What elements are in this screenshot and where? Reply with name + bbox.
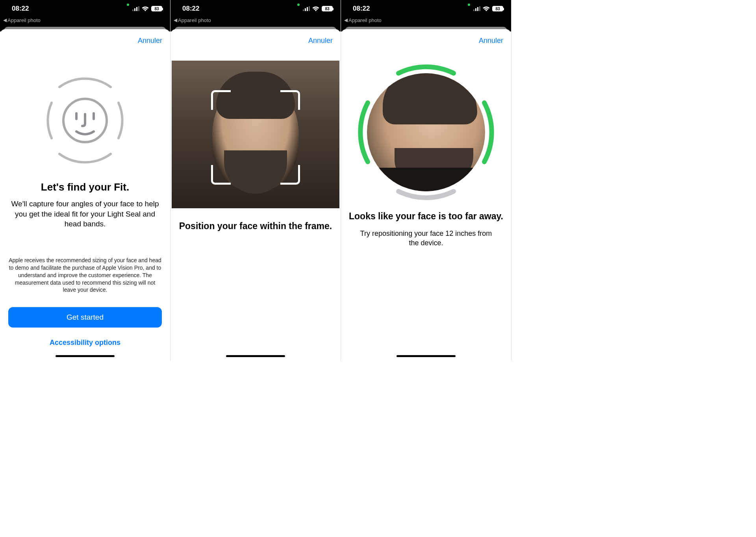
wifi-icon — [312, 6, 319, 11]
camera-preview-circle — [367, 73, 485, 191]
svg-rect-8 — [305, 8, 306, 11]
status-time: 08:22 — [182, 5, 199, 13]
status-bar: 08:22 83 — [341, 0, 511, 17]
back-to-app-breadcrumb[interactable]: ◀ Appareil photo — [170, 17, 341, 26]
battery-icon: 83 — [492, 6, 503, 11]
chevron-left-icon: ◀ — [174, 17, 177, 23]
svg-rect-0 — [132, 9, 133, 11]
page-subtitle: We'll capture four angles of your face t… — [7, 199, 163, 229]
privacy-disclaimer: Apple receives the recommended sizing of… — [8, 257, 162, 294]
sheet-grabber — [170, 26, 341, 31]
svg-rect-14 — [479, 6, 480, 11]
status-time: 08:22 — [12, 5, 29, 13]
page-title: Let's find your Fit. — [41, 181, 129, 193]
battery-icon: 83 — [322, 6, 333, 11]
camera-active-dot-icon — [468, 4, 470, 6]
camera-active-dot-icon — [297, 4, 300, 6]
get-started-button[interactable]: Get started — [8, 307, 162, 328]
cellular-signal-icon — [473, 6, 480, 11]
cellular-signal-icon — [303, 6, 310, 11]
instruction-title: Looks like your face is too far away. — [349, 211, 503, 222]
cancel-button[interactable]: Annuler — [479, 37, 503, 45]
svg-rect-11 — [473, 9, 474, 11]
wifi-icon — [142, 6, 149, 11]
sheet-grabber — [0, 26, 170, 31]
home-indicator[interactable] — [397, 355, 456, 357]
breadcrumb-label: Appareil photo — [348, 17, 382, 23]
phone-screen-1: 08:22 83 ◀ Appareil photo Annuler — [0, 0, 170, 361]
svg-rect-1 — [134, 8, 135, 11]
svg-rect-3 — [138, 6, 139, 11]
back-to-app-breadcrumb[interactable]: ◀ Appareil photo — [0, 17, 170, 26]
accessibility-options-link[interactable]: Accessibility options — [50, 339, 120, 347]
svg-rect-9 — [307, 7, 308, 11]
status-bar: 08:22 83 — [170, 0, 341, 17]
cellular-signal-icon — [132, 6, 139, 11]
phone-screen-3: 08:22 83 ◀ Appareil photo Annuler — [341, 0, 511, 361]
wifi-icon — [483, 6, 490, 11]
face-id-icon — [38, 73, 132, 169]
battery-icon: 83 — [151, 6, 162, 11]
status-time: 08:22 — [353, 5, 370, 13]
status-bar: 08:22 83 — [0, 0, 170, 17]
instruction-title: Position your face within the frame. — [179, 221, 332, 231]
svg-rect-2 — [136, 7, 137, 11]
instruction-subtitle: Try repositioning your face 12 inches fr… — [355, 229, 497, 248]
svg-rect-12 — [475, 8, 476, 11]
chevron-left-icon: ◀ — [3, 17, 7, 23]
home-indicator[interactable] — [56, 355, 115, 357]
breadcrumb-label: Appareil photo — [178, 17, 211, 23]
back-to-app-breadcrumb[interactable]: ◀ Appareil photo — [341, 17, 511, 26]
face-placeholder-image — [212, 80, 299, 190]
svg-rect-10 — [309, 6, 310, 11]
sheet-grabber — [341, 26, 511, 31]
face-scan-progress — [359, 65, 493, 199]
camera-preview — [172, 61, 339, 208]
home-indicator[interactable] — [226, 355, 285, 357]
cancel-button[interactable]: Annuler — [138, 37, 162, 45]
svg-rect-13 — [477, 7, 478, 11]
cancel-button[interactable]: Annuler — [308, 37, 333, 45]
camera-active-dot-icon — [127, 4, 129, 6]
breadcrumb-label: Appareil photo — [7, 17, 41, 23]
svg-rect-7 — [303, 9, 304, 11]
chevron-left-icon: ◀ — [344, 17, 348, 23]
phone-screen-2: 08:22 83 ◀ Appareil photo Annuler — [170, 0, 341, 361]
